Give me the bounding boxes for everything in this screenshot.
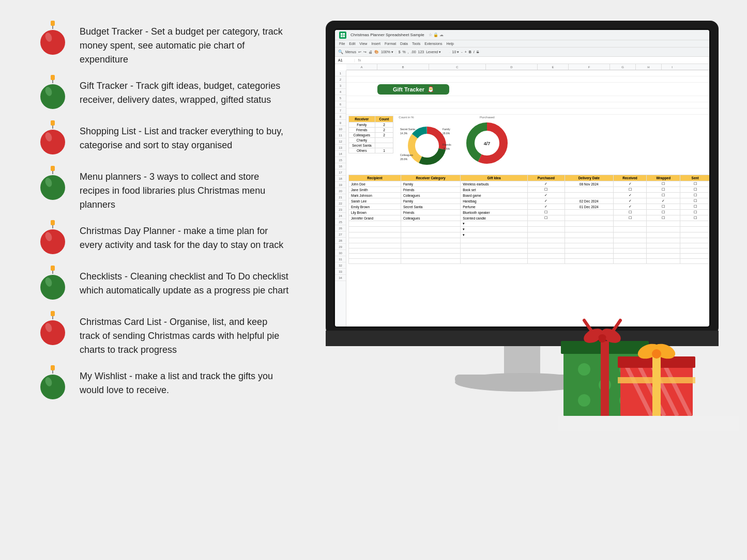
undo-icon[interactable]: ↩ (358, 50, 361, 54)
row-numbers: 1234567891011121314151617181920212223242… (335, 70, 346, 326)
menu-edit[interactable]: Edit (349, 42, 355, 45)
svg-rect-24 (51, 311, 55, 316)
svg-point-62 (578, 363, 590, 376)
row-num-22: 22 (335, 200, 346, 207)
font-name[interactable]: Lexend ▾ (426, 50, 447, 54)
col-b: B (377, 64, 429, 70)
svg-rect-12 (51, 166, 55, 171)
row-num-21: 21 (335, 194, 346, 200)
grid-area: 1234567891011121314151617181920212223242… (335, 70, 709, 326)
ornament-red-0 (36, 21, 69, 58)
zoom-level[interactable]: 100% ▾ (381, 50, 393, 54)
svg-text:28.6%: 28.6% (400, 158, 408, 161)
feature-item-checklists: Checklists - Cleaning checklist and To D… (36, 266, 289, 303)
row-num-3: 3 (335, 83, 346, 89)
cell-ref[interactable]: A1 (338, 58, 351, 62)
svg-text:4/7: 4/7 (484, 141, 491, 146)
menu-extensions[interactable]: Extensions (424, 42, 442, 45)
font-size[interactable]: 10 ▾ (452, 50, 460, 54)
ornament-green-1 (36, 75, 69, 112)
font-size-plus[interactable]: + (465, 50, 467, 54)
search-icon[interactable]: 🔍 (338, 50, 343, 54)
menu-icon: Menus (345, 50, 356, 54)
percent-btn[interactable]: % (403, 50, 406, 54)
col-g: G (610, 64, 636, 70)
ss-menubar: File Edit View Insert Format Data Tools … (335, 40, 709, 48)
feature-item-shopping: Shopping List - List and tracker everyth… (36, 120, 289, 158)
row-num-33: 33 (335, 269, 346, 275)
svg-rect-41 (341, 35, 343, 37)
row-num-20: 20 (335, 188, 346, 194)
feature-text-budget: Budget Tracker - Set a budget per catego… (80, 21, 289, 67)
svg-text:28.6%: 28.6% (443, 132, 450, 135)
features-panel: Budget Tracker - Set a budget per catego… (0, 0, 310, 560)
ornament-green-5 (36, 266, 69, 303)
col-headers-row: A B C D E F G H I (346, 64, 709, 70)
row-num-7: 7 (335, 107, 346, 114)
col-c: C (429, 64, 486, 70)
fx-label: fx (358, 58, 361, 62)
feature-item-cardlist: Christmas Card List - Organise, list, an… (36, 311, 289, 357)
row-num-13: 13 (335, 145, 346, 151)
format-btn[interactable]: .00 (411, 50, 416, 54)
bold-btn[interactable]: B (469, 50, 471, 54)
row-num-29: 29 (335, 244, 346, 250)
gift-boxes (558, 297, 739, 431)
format-123[interactable]: 123 (418, 50, 424, 54)
paint-icon[interactable]: 🎨 (374, 50, 379, 54)
comma-btn[interactable]: , (408, 50, 409, 54)
svg-rect-28 (51, 365, 55, 370)
menu-tools[interactable]: Tools (412, 42, 420, 45)
strikethrough-btn[interactable]: S (477, 50, 479, 54)
grid-content: Gift Tracker 🎅 (346, 70, 709, 326)
row-num-6: 6 (335, 101, 346, 107)
row-num-8: 8 (335, 114, 346, 120)
ss-topbar: Christmas Planner Spreadsheet Sample ☆ 🔒… (335, 30, 709, 40)
menu-format[interactable]: Format (385, 42, 396, 45)
svg-point-30 (40, 375, 65, 399)
main-gift-table: Recipient Receiver Category Gift Idea Pu… (348, 175, 709, 264)
svg-point-65 (578, 394, 590, 407)
svg-point-22 (40, 275, 65, 300)
svg-point-82 (652, 349, 661, 359)
svg-rect-68 (601, 341, 609, 416)
row-num-14: 14 (335, 151, 346, 157)
col-d: D (486, 64, 538, 70)
feature-text-checklists: Checklists - Cleaning checklist and To D… (80, 266, 289, 298)
row-num-2: 2 (335, 76, 346, 83)
svg-point-26 (40, 320, 65, 345)
table-row: Jennifer GrandColleaguesScented candle☐☐… (349, 215, 710, 221)
svg-text:14.3%: 14.3% (400, 132, 408, 135)
menu-help[interactable]: Help (446, 42, 453, 45)
svg-rect-78 (652, 356, 661, 416)
row-num-4: 4 (335, 89, 346, 95)
svg-point-71 (598, 334, 606, 343)
italic-btn[interactable]: I (474, 50, 475, 54)
currency-btn[interactable]: $ (399, 50, 401, 54)
feature-text-cardlist: Christmas Card List - Organise, list, an… (80, 311, 289, 357)
menu-file[interactable]: File (339, 42, 345, 45)
feature-item-budget: Budget Tracker - Set a budget per catego… (36, 21, 289, 67)
table-row-empty: ▾ (349, 232, 710, 238)
sheets-icon (339, 32, 346, 39)
print-icon[interactable]: 🖨 (369, 50, 372, 54)
count-pct-label: Count in % (399, 116, 414, 119)
menu-view[interactable]: View (359, 42, 367, 45)
ornament-green-7 (36, 365, 69, 402)
svg-point-10 (40, 130, 65, 154)
svg-rect-16 (51, 220, 55, 225)
font-size-minus[interactable]: - (461, 50, 462, 54)
menu-insert[interactable]: Insert (371, 42, 380, 45)
feature-item-menu: Menu planners - 3 ways to collect and st… (36, 166, 289, 212)
formula-bar: A1 | fx (335, 57, 709, 64)
monitor-wrapper: Christmas Planner Spreadsheet Sample ☆ 🔒… (321, 15, 724, 480)
redo-icon[interactable]: ↪ (363, 50, 367, 54)
menu-data[interactable]: Data (400, 42, 408, 45)
ss-toolbar: 🔍 Menus ↩ ↪ 🖨 🎨 100% ▾ | $ % , .00 123 L… (335, 48, 709, 57)
row-num-1: 1 (335, 70, 346, 76)
table-row-empty (349, 254, 710, 259)
svg-point-14 (40, 175, 65, 200)
table-row: Jane SmithFriendsBook set☐☐☐☐ (349, 187, 710, 193)
svg-rect-79 (618, 377, 695, 383)
row-num-11: 11 (335, 132, 346, 138)
